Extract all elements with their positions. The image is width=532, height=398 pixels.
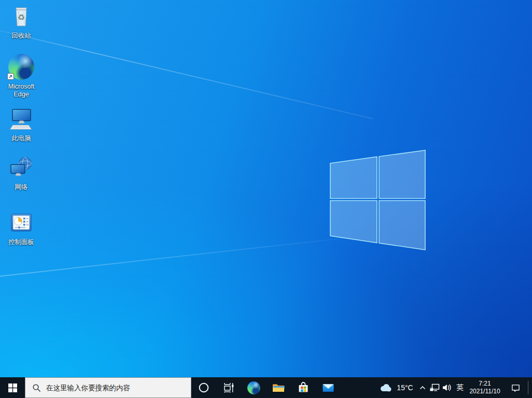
clock-date: 2021/11/10 <box>469 388 500 395</box>
desktop-icon-label: 网络 <box>15 183 28 191</box>
network-ethernet-icon <box>429 383 440 392</box>
edge-icon <box>8 54 34 80</box>
action-center-button[interactable] <box>504 377 527 398</box>
action-center-icon <box>511 383 521 392</box>
microsoft-store-icon <box>297 381 310 394</box>
cortana-button[interactable] <box>191 377 216 398</box>
desktop-icon-microsoft-edge[interactable]: Microsoft Edge <box>4 54 38 98</box>
ime-indicator[interactable]: 英 <box>453 377 467 398</box>
clock[interactable]: 7:21 2021/11/10 <box>466 377 504 398</box>
chevron-up-icon <box>419 386 426 390</box>
weather-widget[interactable]: 15°C <box>376 377 416 398</box>
desktop-icon-control-panel[interactable]: 控制面板 <box>4 210 38 246</box>
file-explorer-icon <box>272 381 285 394</box>
cortana-icon <box>198 382 209 393</box>
taskbar: 15°C 英 7:21 2021/11/10 <box>0 377 532 398</box>
search-box[interactable] <box>25 377 191 398</box>
desktop-icon-label: 控制面板 <box>8 238 34 246</box>
search-icon <box>32 383 41 392</box>
file-explorer-button[interactable] <box>266 377 291 398</box>
search-input[interactable] <box>46 384 191 392</box>
task-view-icon <box>223 382 234 393</box>
desktop-icon-recycle-bin[interactable]: ♻ 回收站 <box>4 4 38 40</box>
this-pc-icon <box>9 107 34 132</box>
desktop-icon-this-pc[interactable]: 此电脑 <box>4 107 38 143</box>
microsoft-store-button[interactable] <box>291 377 316 398</box>
shortcut-arrow-icon <box>7 73 14 80</box>
wallpaper-light-ray <box>0 23 373 119</box>
desktop[interactable]: ♻ 回收站 Microsoft Edge <box>0 0 532 377</box>
svg-text:♻: ♻ <box>18 12 25 22</box>
hidden-icons-chevron[interactable] <box>417 377 428 398</box>
cloud-icon <box>379 383 393 392</box>
show-desktop-button[interactable] <box>528 377 532 398</box>
recycle-bin-icon: ♻ <box>9 4 34 29</box>
windows-start-icon <box>8 383 17 392</box>
wallpaper-light-ray <box>0 237 345 277</box>
mail-button[interactable] <box>316 377 341 398</box>
desktop-icon-label: Microsoft Edge <box>4 83 38 98</box>
control-panel-icon <box>9 210 34 235</box>
ime-label: 英 <box>456 383 464 392</box>
network-tray-button[interactable] <box>428 377 441 398</box>
desktop-icon-network[interactable]: 网络 <box>4 155 38 191</box>
speaker-icon <box>442 383 452 392</box>
temperature-label: 15°C <box>397 383 413 392</box>
start-button[interactable] <box>0 377 25 398</box>
clock-time: 7:21 <box>479 380 491 388</box>
desktop-icon-label: 此电脑 <box>11 135 31 143</box>
mail-icon <box>321 381 335 394</box>
edge-taskbar-button[interactable] <box>241 377 266 398</box>
wallpaper-windows-logo <box>330 149 427 253</box>
network-icon <box>9 155 34 180</box>
volume-tray-button[interactable] <box>441 377 453 398</box>
task-view-button[interactable] <box>216 377 241 398</box>
screen: ♻ 回收站 Microsoft Edge <box>0 0 532 398</box>
edge-icon <box>247 381 260 394</box>
desktop-icon-label: 回收站 <box>11 32 31 40</box>
